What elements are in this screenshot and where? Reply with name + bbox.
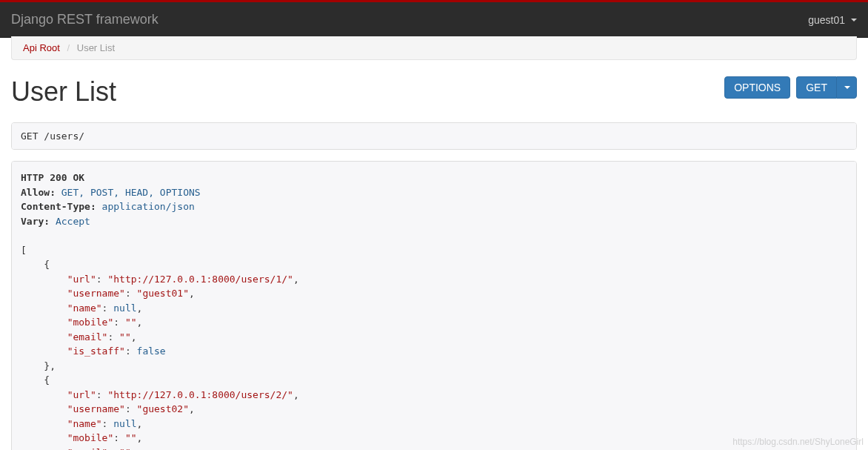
caret-down-icon [844, 86, 850, 89]
caret-down-icon [851, 19, 857, 21]
get-dropdown-button[interactable] [836, 76, 857, 99]
response-panel: HTTP 200 OK Allow: GET, POST, HEAD, OPTI… [11, 161, 857, 450]
request-method: GET [21, 130, 38, 142]
user-menu[interactable]: guest01 [808, 14, 857, 26]
request-path: /users/ [44, 130, 84, 142]
get-button-group: GET [796, 76, 857, 99]
response-body: HTTP 200 OK Allow: GET, POST, HEAD, OPTI… [21, 171, 847, 450]
request-panel: GET /users/ [11, 122, 857, 150]
breadcrumb-root[interactable]: Api Root [23, 42, 60, 53]
breadcrumb-current: User List [77, 42, 115, 53]
page-header: User List OPTIONS GET [11, 76, 857, 107]
action-buttons: OPTIONS GET [724, 76, 857, 99]
user-label: guest01 [808, 14, 845, 26]
options-button[interactable]: OPTIONS [724, 76, 790, 99]
breadcrumb: Api Root / User List [11, 36, 857, 60]
breadcrumb-separator: / [67, 42, 70, 53]
request-line: GET /users/ [12, 123, 856, 149]
page-title: User List [11, 76, 116, 107]
get-button[interactable]: GET [796, 76, 836, 99]
brand-link[interactable]: Django REST framework [11, 12, 158, 27]
main-container: Api Root / User List User List OPTIONS G… [0, 38, 868, 450]
navbar: Django REST framework guest01 [0, 2, 868, 38]
